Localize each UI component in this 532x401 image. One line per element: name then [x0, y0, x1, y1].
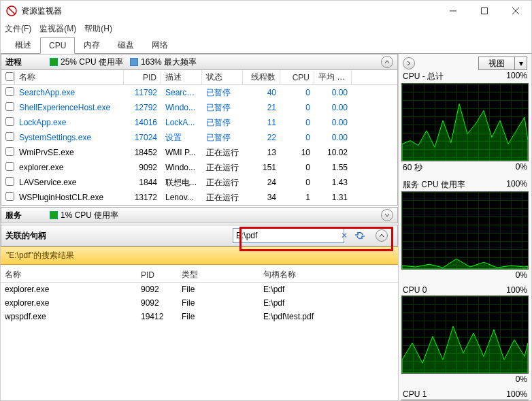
- chart-foot-right: 0%: [516, 270, 527, 280]
- cell-avg: 0.00: [314, 86, 352, 99]
- cell-pid: 17024: [124, 131, 161, 144]
- menu-monitor[interactable]: 监视器(M): [39, 23, 76, 35]
- cell-name: ShellExperienceHost.exe: [15, 101, 124, 114]
- cell-threads: 24: [243, 176, 280, 189]
- col-status[interactable]: 状态: [202, 70, 243, 84]
- col-desc[interactable]: 描述: [161, 70, 202, 84]
- window-title: 资源监视器: [21, 5, 62, 17]
- row-checkbox[interactable]: [5, 147, 14, 156]
- chart-title: CPU 1: [403, 389, 427, 399]
- chart-canvas: [401, 295, 529, 374]
- cell-name: WSPluginHostCLR.exe: [15, 191, 124, 204]
- chart-canvas: [401, 191, 529, 270]
- collapse-charts-button[interactable]: [403, 57, 415, 69]
- svg-marker-6: [402, 103, 528, 161]
- row-checkbox[interactable]: [5, 117, 14, 126]
- table-row[interactable]: wpspdf.exe19412FileE:\pdf\test.pdf: [1, 310, 398, 323]
- chart-canvas: [401, 400, 529, 400]
- col-avg[interactable]: 平均 C...: [314, 70, 352, 84]
- services-cpu-metric: 1% CPU 使用率: [50, 210, 118, 221]
- table-row[interactable]: SearchApp.exe11792Search...已暂停4000.00: [1, 85, 397, 100]
- refresh-search-icon[interactable]: [354, 229, 366, 242]
- table-row[interactable]: WSPluginHostCLR.exe13172Lenov...正在运行3411…: [1, 190, 397, 205]
- tab-memory[interactable]: 内存: [75, 36, 109, 54]
- col-name[interactable]: 名称: [15, 70, 124, 84]
- processes-title: 进程: [5, 57, 43, 68]
- chart-block: CPU 1100%0%: [401, 389, 529, 400]
- app-icon: [6, 5, 17, 16]
- col-threads[interactable]: 线程数: [243, 70, 280, 84]
- chart-block: 服务 CPU 使用率100%0%: [401, 178, 529, 280]
- cell-avg: 10.02: [314, 146, 352, 159]
- row-checkbox[interactable]: [5, 162, 14, 171]
- tab-overview[interactable]: 概述: [6, 36, 40, 54]
- handles-search-input[interactable]: [233, 231, 341, 240]
- cell-status: 已暂停: [202, 131, 243, 145]
- chart-canvas: [401, 83, 529, 161]
- table-row[interactable]: LockApp.exe14016LockA...已暂停1100.00: [1, 115, 397, 130]
- table-row[interactable]: WmiPrvSE.exe18452WMI P...正在运行131010.02: [1, 145, 397, 160]
- hcol-type[interactable]: 类型: [178, 268, 259, 282]
- table-row[interactable]: LAVService.exe1844联想电...正在运行2401.43: [1, 175, 397, 190]
- menu-help[interactable]: 帮助(H): [84, 23, 112, 35]
- cell-status: 已暂停: [202, 101, 243, 115]
- services-header[interactable]: 服务 1% CPU 使用率: [1, 207, 398, 223]
- hcol-handle-name[interactable]: 句柄名称: [259, 268, 398, 282]
- close-button[interactable]: [500, 1, 531, 21]
- cell-pid: 13172: [124, 191, 161, 204]
- cell-threads: 40: [243, 86, 280, 99]
- hcol-name[interactable]: 名称: [1, 268, 137, 282]
- services-title: 服务: [5, 210, 43, 221]
- row-checkbox[interactable]: [5, 132, 14, 141]
- cell-name: explorer.exe: [1, 283, 137, 295]
- maximize-button[interactable]: [469, 1, 500, 21]
- row-checkbox[interactable]: [5, 102, 14, 111]
- row-checkbox[interactable]: [5, 177, 14, 186]
- menu-file[interactable]: 文件(F): [5, 23, 31, 35]
- cell-handle-name: E:\pdf: [259, 283, 398, 295]
- col-cpu[interactable]: CPU: [280, 71, 314, 84]
- cell-desc: Search...: [161, 86, 202, 99]
- handles-columns: 名称 PID 类型 句柄名称: [1, 268, 398, 283]
- chart-max: 100%: [506, 179, 527, 191]
- clear-search-icon[interactable]: ✕: [341, 229, 348, 242]
- cell-status: 正在运行: [202, 176, 243, 190]
- cell-status: 正在运行: [202, 191, 243, 205]
- tab-strip: 概述 CPU 内存 磁盘 网络: [1, 36, 531, 54]
- cell-cpu: 0: [280, 101, 314, 114]
- processes-grid: 名称 PID 描述 状态 线程数 CPU 平均 C... SearchApp.e…: [1, 70, 398, 206]
- cell-desc: LockA...: [161, 116, 202, 129]
- tab-cpu[interactable]: CPU: [40, 37, 75, 54]
- cell-avg: 1.31: [314, 191, 352, 204]
- collapse-handles-button[interactable]: [376, 229, 388, 242]
- tab-disk[interactable]: 磁盘: [109, 36, 143, 54]
- table-row[interactable]: explorer.exe9092FileE:\pdf: [1, 296, 398, 310]
- cell-cpu: 1: [280, 191, 314, 204]
- collapse-processes-button[interactable]: [381, 56, 393, 68]
- tab-network[interactable]: 网络: [143, 36, 177, 54]
- right-pane-header: 视图 ▾: [401, 57, 529, 70]
- col-pid[interactable]: PID: [124, 71, 161, 84]
- table-row[interactable]: SystemSettings.exe17024设置已暂停2200.00: [1, 130, 397, 145]
- table-row[interactable]: explorer.exe9092FileE:\pdf: [1, 283, 398, 296]
- expand-services-button[interactable]: [381, 209, 393, 221]
- handles-header[interactable]: 关联的句柄 ✕: [1, 225, 398, 246]
- row-checkbox[interactable]: [5, 192, 14, 201]
- row-checkbox[interactable]: [5, 87, 14, 96]
- chart-block: CPU - 总计100%60 秒0%: [401, 70, 529, 174]
- table-row[interactable]: explorer.exe9092Windo...正在运行15101.55: [1, 160, 397, 175]
- chart-max: 100%: [506, 389, 527, 399]
- select-all-checkbox[interactable]: [5, 72, 14, 81]
- titlebar: 资源监视器: [1, 1, 531, 21]
- cell-desc: 设置: [161, 131, 202, 145]
- minimize-button[interactable]: [437, 1, 469, 21]
- cell-name: explorer.exe: [1, 297, 137, 309]
- processes-header[interactable]: 进程 25% CPU 使用率 163% 最大频率: [1, 54, 398, 70]
- chart-block: CPU 0100%0%: [401, 285, 529, 385]
- hcol-pid[interactable]: PID: [137, 269, 178, 281]
- cell-avg: 1.55: [314, 161, 352, 174]
- cell-cpu: 0: [280, 161, 314, 174]
- view-dropdown[interactable]: 视图 ▾: [478, 57, 527, 70]
- table-row[interactable]: ShellExperienceHost.exe12792Windo...已暂停2…: [1, 100, 397, 115]
- cell-type: File: [178, 297, 259, 309]
